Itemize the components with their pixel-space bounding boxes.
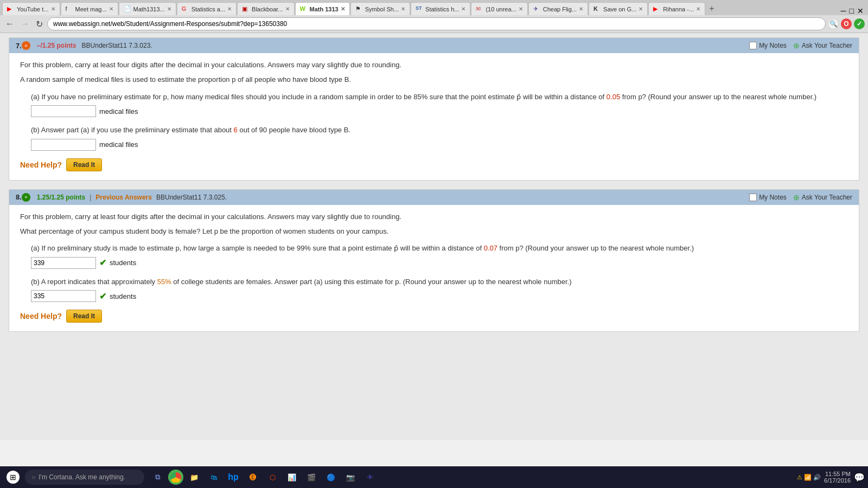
- q8-part-b-unit: students: [110, 292, 136, 300]
- minimize-button[interactable]: ─: [841, 7, 846, 15]
- q8-read-it-button[interactable]: Read It: [66, 310, 102, 323]
- close-window-button[interactable]: ✕: [857, 7, 864, 15]
- q8-need-help-label: Need Help?: [20, 312, 62, 320]
- tab-math1313[interactable]: 📄 Math1313... ✕: [119, 2, 176, 15]
- q8-part-b: (b) A report indicates that approximatel…: [31, 277, 848, 303]
- tab-close-icon[interactable]: ✕: [399, 6, 405, 12]
- tab-stats-h[interactable]: ST Statistics h... ✕: [411, 2, 470, 15]
- q7-rounding-note: For this problem, carry at least four di…: [20, 61, 848, 69]
- question-8-block: 8. + 1.25/1.25 points | Previous Answers…: [9, 189, 859, 332]
- tab-statistics[interactable]: G Statistics a... ✕: [177, 2, 237, 15]
- question-7-block: 7. + –/1.25 points BBUnderStat11 7.3.023…: [9, 37, 859, 181]
- q8-header-left: 8. + 1.25/1.25 points | Previous Answers…: [16, 193, 227, 202]
- address-bar-row: ← → ↻ 🔍 O ✓: [0, 15, 868, 33]
- tab-symbol[interactable]: ⚑ Symbol Sh... ✕: [350, 2, 410, 15]
- q7-part-b-unit: medical files: [99, 140, 138, 149]
- extension-icon[interactable]: ✓: [854, 18, 865, 29]
- q8-my-notes-link[interactable]: My Notes: [749, 194, 787, 201]
- q8-part-a-check-icon: ✔: [99, 258, 106, 268]
- tab-math1313-active[interactable]: W Math 1313 ✕: [295, 2, 350, 15]
- tab-save[interactable]: K Save on G... ✕: [589, 2, 648, 15]
- stats2-favicon-icon: ST: [416, 5, 423, 13]
- q8-part-b-text: (b) A report indicates that approximatel…: [31, 277, 848, 287]
- tab-close-icon[interactable]: ✕: [516, 6, 523, 12]
- q8-ask-teacher-link[interactable]: ⊕ Ask Your Teacher: [793, 193, 852, 202]
- question-8-header: 8. + 1.25/1.25 points | Previous Answers…: [9, 190, 859, 205]
- q7-part-a-unit: medical files: [99, 107, 138, 115]
- tab-cheap-flights[interactable]: ✈ Cheap Flig... ✕: [528, 2, 588, 15]
- q7-part-b-input-row: medical files: [31, 139, 848, 151]
- tab-close-icon[interactable]: ✕: [107, 6, 113, 12]
- save-favicon-icon: K: [593, 5, 601, 13]
- q7-part-a-text: (a) If you have no preliminary estimate …: [31, 92, 848, 102]
- q7-number: 7.: [16, 42, 22, 50]
- reload-button[interactable]: ↻: [34, 18, 45, 30]
- q8-header-right: My Notes ⊕ Ask Your Teacher: [749, 193, 852, 202]
- q7-header-left: 7. + –/1.25 points BBUnderStat11 7.3.023…: [16, 41, 152, 50]
- q8-rounding-note: For this problem, carry at least four di…: [20, 213, 848, 221]
- tab-close-icon[interactable]: ✕: [339, 6, 345, 12]
- q7-status-icon: +: [22, 41, 30, 50]
- forward-button[interactable]: →: [18, 18, 31, 30]
- q8-part-a-text: (a) If no preliminary study is made to e…: [31, 243, 848, 254]
- q8-part-a-red: 0.07: [484, 244, 497, 252]
- ask-teacher-icon: ⊕: [793, 41, 800, 50]
- q8-part-a-input-row: ✔ students: [31, 257, 848, 269]
- q8-notes-page-icon: [749, 194, 757, 201]
- tab-meet[interactable]: f Meet mag... ✕: [61, 2, 118, 15]
- tab-rihanna[interactable]: ▶ Rihanna -... ✕: [648, 2, 705, 15]
- tab-close-icon[interactable]: ✕: [283, 6, 290, 12]
- q8-part-b-red: 55%: [157, 278, 171, 286]
- q7-ask-teacher-link[interactable]: ⊕ Ask Your Teacher: [793, 41, 852, 50]
- question-7-body: For this problem, carry at least four di…: [9, 53, 859, 180]
- webassign-favicon-icon: W: [300, 5, 308, 13]
- q8-points: 1.25/1.25 points: [37, 194, 85, 201]
- opera-icon[interactable]: O: [841, 18, 852, 29]
- tab-close-icon[interactable]: ✕: [225, 6, 232, 12]
- back-button[interactable]: ←: [3, 18, 16, 30]
- q8-part-a-input[interactable]: [31, 257, 96, 269]
- q7-part-b-input[interactable]: [31, 139, 96, 151]
- q7-header-right: My Notes ⊕ Ask Your Teacher: [749, 41, 852, 50]
- address-input[interactable]: [47, 17, 826, 30]
- q8-intro: What percentage of your campus student b…: [20, 226, 848, 237]
- q7-part-a-input[interactable]: [31, 105, 96, 117]
- q8-need-help: Need Help? Read It: [20, 310, 848, 323]
- q7-part-b: (b) Answer part (a) if you use the preli…: [31, 125, 848, 151]
- q7-id: BBUnderStat11 7.3.023.: [82, 42, 152, 49]
- q7-my-notes-link[interactable]: My Notes: [749, 42, 787, 49]
- q7-part-b-red: 6: [234, 126, 238, 134]
- youtube-favicon-icon: ▶: [7, 5, 15, 13]
- q7-part-a-red: 0.05: [607, 93, 620, 101]
- q8-number: 8.: [16, 193, 22, 201]
- tab-email[interactable]: ✉ (10 unrea... ✕: [471, 2, 527, 15]
- q8-part-b-input-row: ✔ students: [31, 290, 848, 302]
- symbol-favicon-icon: ⚑: [355, 5, 363, 13]
- tab-close-icon[interactable]: ✕: [636, 6, 643, 12]
- q8-ask-teacher-icon: ⊕: [793, 193, 800, 202]
- email-favicon-icon: ✉: [476, 5, 483, 13]
- search-icon[interactable]: 🔍: [828, 18, 839, 29]
- page-content: 7. + –/1.25 points BBUnderStat11 7.3.023…: [0, 33, 868, 440]
- tab-close-icon[interactable]: ✕: [165, 6, 171, 12]
- tab-youtube[interactable]: ▶ YouTube t... ✕: [2, 2, 60, 15]
- q7-need-help: Need Help? Read It: [20, 158, 848, 171]
- q7-read-it-button[interactable]: Read It: [66, 158, 102, 171]
- q8-status-icon: +: [22, 193, 30, 202]
- browser-icons: 🔍 O ✓: [828, 18, 865, 29]
- tab-blackboard[interactable]: ▣ Blackboar... ✕: [237, 2, 294, 15]
- q7-need-help-label: Need Help?: [20, 160, 62, 169]
- bb-favicon-icon: ▣: [242, 5, 250, 13]
- new-tab-button[interactable]: +: [706, 4, 717, 14]
- tab-close-icon[interactable]: ✕: [577, 6, 583, 12]
- question-8-body: For this problem, carry at least four di…: [9, 205, 859, 332]
- q8-part-b-input[interactable]: [31, 290, 96, 302]
- tab-bar: ▶ YouTube t... ✕ f Meet mag... ✕ 📄 Math1…: [0, 0, 868, 15]
- tab-close-icon[interactable]: ✕: [49, 6, 55, 12]
- q8-part-a: (a) If no preliminary study is made to e…: [31, 243, 848, 269]
- tab-close-icon[interactable]: ✕: [459, 6, 465, 12]
- tab-close-icon[interactable]: ✕: [694, 6, 700, 12]
- q8-prev-answers[interactable]: Previous Answers: [95, 194, 152, 201]
- meet-favicon-icon: f: [66, 5, 73, 13]
- maximize-button[interactable]: □: [850, 7, 854, 15]
